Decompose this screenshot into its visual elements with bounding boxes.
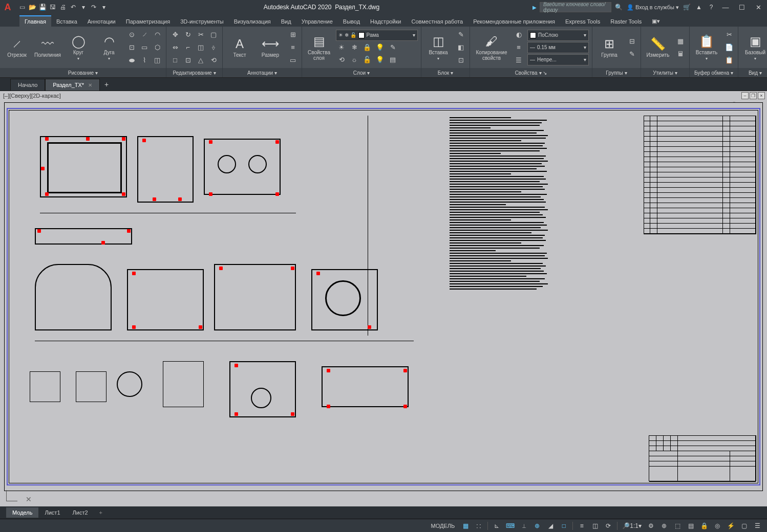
- insert-block-button[interactable]: ◫Вставка▾: [424, 28, 452, 67]
- panel-title-view[interactable]: Вид ▾: [738, 68, 767, 77]
- cleanscreen-toggle[interactable]: ▢: [738, 521, 750, 531]
- workspace-toggle[interactable]: ⚙: [645, 521, 656, 531]
- dimension-button[interactable]: ⟷Размер: [257, 28, 284, 67]
- qat-dropdown2-icon[interactable]: ▾: [99, 3, 109, 12]
- layer-properties-button[interactable]: ▤Свойства слоя: [305, 28, 333, 67]
- close-tab-icon[interactable]: ✕: [88, 82, 92, 88]
- layer-unlock-icon[interactable]: 🔓: [361, 54, 373, 65]
- qat-save-icon[interactable]: 💾: [38, 3, 47, 12]
- a360-icon[interactable]: ▲: [694, 3, 704, 12]
- ucs-icon[interactable]: [4, 487, 20, 503]
- document-tab-0[interactable]: Начало: [10, 79, 45, 91]
- panel-title-layers[interactable]: Слои ▾: [302, 68, 421, 77]
- layer-on-icon[interactable]: 💡: [374, 54, 386, 65]
- paste-button[interactable]: 📋Вставить▾: [693, 28, 720, 67]
- draw-small-icon[interactable]: ⌇: [139, 55, 150, 66]
- modify-tool-icon[interactable]: ⎀: [208, 42, 219, 53]
- ribbon-tab-10[interactable]: Совместная работа: [406, 16, 468, 27]
- customize-button[interactable]: ☰: [752, 521, 763, 531]
- ribbon-tab-8[interactable]: Вывод: [338, 16, 365, 27]
- text-button[interactable]: АТекст: [226, 28, 253, 67]
- vp-close-icon[interactable]: ×: [758, 92, 765, 99]
- ribbon-tab-12[interactable]: Express Tools: [560, 16, 605, 27]
- mleader-icon[interactable]: ≡: [287, 42, 299, 53]
- model-canvas[interactable]: [4, 102, 763, 491]
- modify-tool-icon[interactable]: ✥: [169, 29, 181, 40]
- layer-freeze-icon[interactable]: ❄: [349, 42, 360, 53]
- draw-small-icon[interactable]: ◠: [152, 29, 163, 40]
- modify-tool-icon[interactable]: ▢: [208, 29, 219, 40]
- qat-dropdown-icon[interactable]: ▾: [79, 3, 88, 12]
- draw-small-icon[interactable]: ◫: [152, 55, 163, 66]
- exchange-icon[interactable]: 🛒: [682, 3, 691, 12]
- quickprop-toggle[interactable]: ▤: [685, 521, 696, 531]
- drawing-viewport[interactable]: [–][Сверху][2D-каркас] – ❐ × С Сверху МС…: [0, 91, 767, 506]
- modify-tool-icon[interactable]: △: [195, 55, 206, 66]
- minimize-button[interactable]: —: [719, 2, 732, 13]
- ungroup-icon[interactable]: ⊟: [626, 35, 637, 47]
- measure-button[interactable]: 📏Измерить: [644, 28, 672, 67]
- polar-toggle[interactable]: ⊕: [531, 521, 543, 531]
- qat-open-icon[interactable]: 📂: [28, 3, 37, 12]
- command-line-close-icon[interactable]: ✕: [26, 495, 32, 503]
- layout-tab-Модель[interactable]: Модель: [6, 507, 38, 518]
- group-button[interactable]: ⊞Группа: [595, 28, 623, 67]
- lineweight-dropdown[interactable]: — 0.15 мм▾: [527, 42, 589, 53]
- block-attr-icon[interactable]: ⊡: [455, 55, 466, 66]
- ribbon-tab-1[interactable]: Вставка: [51, 16, 82, 27]
- status-model-label[interactable]: МОДЕЛЬ: [428, 523, 458, 529]
- modify-tool-icon[interactable]: ⟲: [208, 55, 219, 66]
- app-menu-button[interactable]: A: [0, 0, 15, 14]
- hatch-icon[interactable]: ▭: [287, 55, 299, 66]
- current-layer-dropdown[interactable]: ☀ ❄ 🔓 Рама▾: [336, 30, 418, 41]
- panel-title-utilities[interactable]: Утилиты ▾: [641, 68, 689, 77]
- ribbon-tab-11[interactable]: Рекомендованные приложения: [468, 16, 560, 27]
- layer-match-icon[interactable]: ✎: [387, 42, 398, 53]
- lineweight-toggle[interactable]: ≡: [576, 521, 587, 531]
- layer-thaw-icon[interactable]: ☼: [349, 54, 360, 65]
- draw-small-icon[interactable]: ⟋: [139, 29, 150, 40]
- ribbon-tab-4[interactable]: 3D-инструменты: [175, 16, 229, 27]
- layout-tab-Лист1[interactable]: Лист1: [38, 507, 66, 518]
- layer-uniso-icon[interactable]: ⟲: [336, 54, 347, 65]
- grid-toggle[interactable]: ▦: [460, 521, 471, 531]
- annomon-toggle[interactable]: ⊕: [658, 521, 670, 531]
- ortho-toggle[interactable]: ⟂: [518, 521, 529, 531]
- vp-restore-icon[interactable]: ❐: [750, 92, 757, 99]
- draw-Отрезок[interactable]: ⟋Отрезок: [3, 28, 31, 67]
- draw-small-icon[interactable]: ⊙: [126, 29, 137, 40]
- draw-small-icon[interactable]: ⬬: [126, 55, 137, 66]
- qat-redo-icon[interactable]: ↷: [89, 3, 98, 12]
- layer-state-icon[interactable]: ▤: [387, 54, 398, 65]
- modify-tool-icon[interactable]: □: [169, 55, 181, 66]
- close-button[interactable]: ✕: [752, 2, 765, 13]
- linetype-dropdown[interactable]: — Непре...▾: [527, 54, 589, 65]
- ribbon-tab-0[interactable]: Главная: [19, 15, 51, 27]
- ribbon-tab-13[interactable]: Raster Tools: [605, 16, 647, 27]
- draw-Полилиния[interactable]: 〰Полилиния: [34, 28, 61, 67]
- modify-tool-icon[interactable]: ⌐: [182, 42, 194, 53]
- draw-Дуга[interactable]: ◠Дуга▾: [95, 28, 123, 67]
- draw-small-icon[interactable]: ⊡: [126, 42, 137, 53]
- color-cycle-icon[interactable]: ◐: [513, 29, 524, 40]
- ribbon-tab-7[interactable]: Управление: [296, 16, 338, 27]
- draw-small-icon[interactable]: ⬡: [152, 42, 163, 53]
- maximize-button[interactable]: ☐: [735, 2, 749, 13]
- copy-icon[interactable]: 📄: [723, 42, 735, 53]
- panel-title-draw[interactable]: Рисование ▾: [0, 68, 166, 77]
- block-edit-icon[interactable]: ✎: [455, 29, 466, 40]
- qat-new-icon[interactable]: ▭: [17, 3, 27, 12]
- panel-title-block[interactable]: Блок ▾: [421, 68, 470, 77]
- panel-title-annotation[interactable]: Аннотации ▾: [223, 68, 302, 77]
- ribbon-tab-5[interactable]: Визуализация: [229, 16, 276, 27]
- document-tab-1[interactable]: Раздел_ТХ*✕: [45, 79, 100, 91]
- layer-lock-icon[interactable]: 🔒: [361, 42, 373, 53]
- layout-tab-Лист2[interactable]: Лист2: [67, 507, 94, 518]
- matchprop-button[interactable]: 🖌Копирование свойств: [473, 28, 510, 67]
- layer-off-icon[interactable]: 💡: [374, 42, 386, 53]
- layer-iso-icon[interactable]: ☀: [336, 42, 347, 53]
- list-icon[interactable]: ≡: [513, 42, 524, 53]
- cycling-toggle[interactable]: ⟳: [603, 521, 614, 531]
- modify-tool-icon[interactable]: ⇔: [169, 42, 181, 53]
- ribbon-tab-9[interactable]: Надстройки: [365, 16, 406, 27]
